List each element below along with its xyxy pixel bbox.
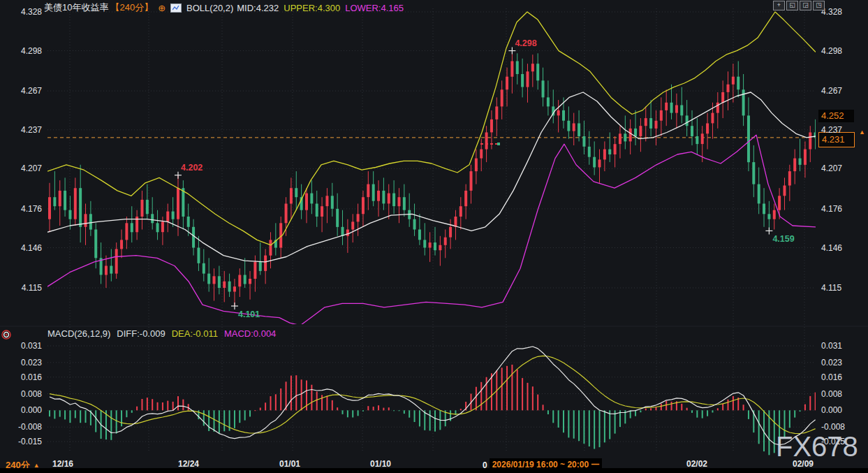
price-axis-label-left: 4.328	[10, 6, 42, 17]
crosshair-move-icon[interactable]: +	[773, 1, 785, 10]
price-axis-label-left: 4.207	[10, 163, 42, 174]
add-indicator-icon[interactable]: ⊕	[158, 3, 165, 13]
mini-chart-icon[interactable]	[170, 3, 182, 13]
window-toolbar: +◱◲◳	[773, 1, 825, 10]
price-axis-label-left: 4.298	[10, 45, 42, 57]
macd-diff-value: DIFF:-0.009	[117, 328, 165, 339]
macd-axis-label-left: -0.015	[10, 436, 42, 447]
chart-canvas[interactable]	[0, 0, 868, 473]
price-axis-label-left: 4.267	[10, 85, 42, 96]
pane-layout-icon-1[interactable]: ◱	[786, 1, 798, 10]
symbol-title: 美债10年收益率	[44, 1, 108, 14]
price-annotation: 4.298	[515, 38, 536, 48]
macd-axis-label-right: 0.023	[821, 357, 842, 368]
time-axis-label: 12/16	[52, 459, 73, 469]
macd-axis-label-right: 0.016	[821, 372, 842, 383]
boll-label: BOLL(20,2)	[186, 3, 233, 13]
macd-axis-label-left: 0.000	[10, 405, 42, 416]
price-axis-label-right: 4.176	[821, 203, 842, 214]
price-annotation: 4.159	[772, 234, 794, 244]
price-axis-label-left: 4.176	[10, 203, 42, 214]
boll-upper-value: UPPER:4.300	[284, 3, 340, 13]
macd-macd-value: MACD:0.004	[224, 328, 276, 339]
time-axis-label: 02/02	[686, 459, 707, 469]
indicator-settings-icon[interactable]	[1, 330, 11, 342]
macd-axis-label-left: 0.008	[10, 388, 42, 400]
macd-axis-label-left: 0.016	[10, 372, 42, 383]
price-axis-label-right: 4.146	[821, 242, 842, 254]
time-axis-label: 01/10	[370, 459, 391, 469]
price-up-triangle-icon: ▲	[859, 129, 865, 136]
pane-layout-icon-2[interactable]: ◲	[800, 1, 811, 10]
price-axis-label-right: 4.298	[821, 45, 842, 57]
chart-header: 美债10年收益率【240分】 ⊕ BOLL(20,2) MID:4.232 UP…	[44, 1, 404, 14]
macd-axis-label-left: 0.031	[10, 340, 42, 351]
chart-window: 美债10年收益率【240分】 ⊕ BOLL(20,2) MID:4.232 UP…	[0, 0, 868, 473]
price-axis-label-right: 4.207	[821, 163, 842, 174]
time-axis-label: 01/01	[279, 459, 300, 469]
price-axis-label-left: 4.237	[10, 124, 42, 136]
macd-dea-value: DEA:-0.011	[172, 328, 218, 339]
macd-axis-label-right: 0.000	[821, 405, 842, 416]
macd-label: MACD(26,12,9)	[47, 328, 110, 339]
interval-tag: 【240分】	[110, 1, 153, 14]
price-axis-label-left: 4.115	[10, 282, 42, 293]
price-axis-label-left: 4.146	[10, 242, 42, 254]
price-annotation: 4.101	[238, 310, 260, 319]
boll-lower-value: LOWER:4.165	[345, 3, 404, 13]
boll-mid-value: MID:4.232	[237, 3, 279, 13]
price-axis-label-right: 4.267	[821, 85, 842, 96]
macd-axis-label-left: -0.008	[10, 421, 42, 432]
session-price-label: 4.252	[818, 110, 854, 122]
time-axis-label: 12/24	[178, 459, 199, 469]
price-axis-label-right: 4.115	[821, 282, 841, 293]
macd-axis-label-right: 0.031	[821, 340, 842, 351]
price-annotation: 4.202	[181, 163, 203, 173]
macd-header: MACD(26,12,9) DIFF:-0.009 DEA:-0.011 MAC…	[47, 328, 276, 339]
pane-layout-icon-3[interactable]: ◳	[813, 1, 825, 10]
watermark: FX678	[776, 431, 858, 463]
price-axis-label-right: 4.237	[821, 124, 842, 136]
bottom-bar	[0, 468, 868, 473]
macd-axis-label-right: 0.008	[821, 388, 842, 400]
macd-axis-label-left: 0.023	[10, 357, 42, 368]
